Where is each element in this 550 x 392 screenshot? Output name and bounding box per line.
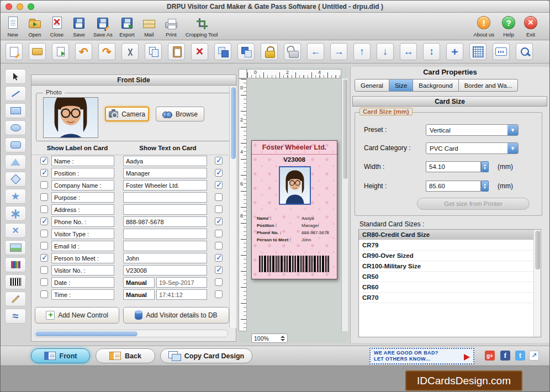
send-to-back-button[interactable] bbox=[237, 43, 255, 60]
value-checkbox[interactable] bbox=[215, 169, 223, 177]
horizontal-scrollbar[interactable] bbox=[34, 330, 228, 337]
grid-button[interactable] bbox=[469, 43, 486, 60]
unlock-button[interactable] bbox=[284, 43, 301, 60]
label-checkbox[interactable] bbox=[40, 181, 48, 189]
value-checkbox[interactable] bbox=[215, 266, 223, 274]
value-field[interactable]: John bbox=[123, 253, 207, 263]
scrollbar-thumb[interactable] bbox=[535, 231, 540, 269]
vertical-scrollbar[interactable] bbox=[229, 86, 236, 328]
center-vertical-button[interactable] bbox=[423, 43, 440, 60]
label-field[interactable]: Phone No. : bbox=[51, 216, 114, 227]
help-button[interactable]: Help bbox=[501, 14, 516, 38]
label-field[interactable]: Person to Meet : bbox=[51, 253, 114, 263]
manual-mode-field[interactable]: Manual bbox=[123, 289, 155, 300]
label-checkbox[interactable] bbox=[40, 266, 48, 274]
label-checkbox[interactable] bbox=[40, 205, 48, 213]
preview-scrollbar[interactable] bbox=[341, 78, 348, 331]
watermark-tool-button[interactable] bbox=[5, 309, 26, 324]
list-item-cr70[interactable]: CR70 bbox=[359, 293, 541, 303]
new-design-button[interactable] bbox=[6, 43, 23, 60]
find-record-button[interactable] bbox=[516, 43, 533, 60]
tab-general[interactable]: General bbox=[355, 79, 389, 92]
list-item-cr100[interactable]: CR100-Military Size bbox=[359, 261, 541, 272]
ellipse-tool-button[interactable] bbox=[5, 120, 26, 135]
label-checkbox[interactable] bbox=[40, 278, 48, 286]
move-left-button[interactable] bbox=[307, 43, 324, 60]
image-tool-button[interactable] bbox=[5, 240, 26, 255]
new-button[interactable]: New bbox=[5, 14, 20, 38]
colored-barcode-tool-button[interactable] bbox=[5, 257, 26, 272]
time-value-field[interactable]: 17:41:12 bbox=[156, 289, 207, 300]
exit-button[interactable]: Exit bbox=[523, 14, 538, 38]
triangle-tool-button[interactable] bbox=[5, 155, 26, 169]
select-tool-button[interactable] bbox=[5, 69, 26, 84]
card-setup-button[interactable] bbox=[493, 43, 510, 60]
tab-size[interactable]: Size bbox=[389, 79, 413, 92]
move-up-button[interactable] bbox=[353, 43, 371, 60]
label-field[interactable]: Email Id : bbox=[51, 241, 114, 251]
label-field[interactable]: Time : bbox=[51, 289, 114, 300]
value-checkbox[interactable] bbox=[215, 242, 223, 250]
value-checkbox[interactable] bbox=[215, 230, 223, 237]
bring-to-front-button[interactable] bbox=[214, 43, 231, 60]
value-checkbox[interactable] bbox=[215, 181, 223, 189]
paste-button[interactable] bbox=[168, 43, 185, 60]
save-button[interactable]: Save bbox=[71, 14, 87, 38]
label-checkbox[interactable] bbox=[40, 242, 48, 250]
rounded-rectangle-tool-button[interactable] bbox=[5, 137, 26, 152]
card-category-dropdown[interactable]: PVC Card bbox=[426, 142, 519, 154]
back-side-button[interactable]: Back bbox=[96, 348, 155, 363]
get-size-from-printer-button[interactable]: Get size from Printer bbox=[417, 198, 530, 210]
value-field[interactable] bbox=[123, 241, 207, 251]
feedback-banner[interactable]: WE ARE GOOD OR BAD? LET OTHERS KNOW... bbox=[369, 348, 474, 364]
rectangle-tool-button[interactable] bbox=[5, 103, 26, 118]
lock-button[interactable] bbox=[261, 43, 278, 60]
twitter-button[interactable] bbox=[515, 351, 525, 361]
export-button[interactable]: Export bbox=[119, 14, 135, 38]
add-new-control-button[interactable]: Add New Control bbox=[35, 307, 119, 324]
cross-tool-button[interactable] bbox=[5, 223, 26, 238]
print-button[interactable]: Print bbox=[163, 14, 179, 38]
mail-button[interactable]: Mail bbox=[141, 14, 157, 38]
list-item-cr60[interactable]: CR60 bbox=[359, 282, 541, 293]
value-checkbox[interactable] bbox=[215, 193, 223, 201]
label-checkbox[interactable] bbox=[40, 290, 48, 298]
copy-card-design-button[interactable]: Copy Card Design bbox=[160, 348, 252, 363]
share-button[interactable] bbox=[529, 351, 539, 361]
value-checkbox[interactable] bbox=[215, 205, 223, 213]
tab-border-watermark[interactable]: Border and Wa... bbox=[459, 79, 519, 92]
label-field[interactable]: Address : bbox=[51, 204, 114, 215]
value-field[interactable]: Aadya bbox=[123, 156, 207, 166]
scrollbar-thumb[interactable] bbox=[343, 80, 347, 179]
width-stepper[interactable] bbox=[481, 161, 489, 172]
value-checkbox[interactable] bbox=[215, 218, 223, 225]
scrollbar-thumb[interactable] bbox=[231, 87, 236, 159]
cut-button[interactable] bbox=[121, 43, 139, 60]
date-value-field[interactable]: 19-Sep-2017 bbox=[156, 277, 207, 288]
about-us-button[interactable]: About us bbox=[474, 14, 495, 38]
starburst-tool-button[interactable] bbox=[5, 206, 26, 221]
scrollbar-thumb[interactable] bbox=[35, 331, 138, 336]
label-checkbox[interactable] bbox=[40, 230, 48, 237]
value-checkbox[interactable] bbox=[215, 278, 223, 286]
zoom-stepper[interactable] bbox=[281, 336, 285, 341]
center-on-card-button[interactable] bbox=[446, 43, 463, 60]
label-checkbox[interactable] bbox=[40, 218, 48, 225]
height-stepper[interactable] bbox=[481, 181, 489, 192]
cropping-tool-button[interactable]: Cropping Tool bbox=[186, 14, 218, 38]
camera-button[interactable]: Camera bbox=[105, 107, 149, 121]
value-checkbox[interactable] bbox=[215, 157, 223, 165]
copy-button[interactable] bbox=[145, 43, 162, 60]
close-button[interactable]: Close bbox=[49, 14, 65, 38]
value-field[interactable] bbox=[123, 192, 207, 203]
card-canvas[interactable]: Foster Wheeler Ltd. V23008 Name : Aadya … bbox=[251, 140, 337, 279]
label-field[interactable]: Position : bbox=[51, 168, 114, 178]
manual-mode-field[interactable]: Manual bbox=[123, 277, 155, 288]
value-checkbox[interactable] bbox=[215, 290, 223, 298]
facebook-button[interactable] bbox=[500, 351, 510, 361]
value-field[interactable]: 888-987-5678 bbox=[123, 216, 207, 227]
close-window-button[interactable] bbox=[6, 3, 12, 10]
front-side-button[interactable]: Front bbox=[31, 348, 90, 363]
label-field[interactable]: Date : bbox=[51, 277, 114, 288]
preset-dropdown[interactable]: Vertical bbox=[426, 124, 519, 136]
